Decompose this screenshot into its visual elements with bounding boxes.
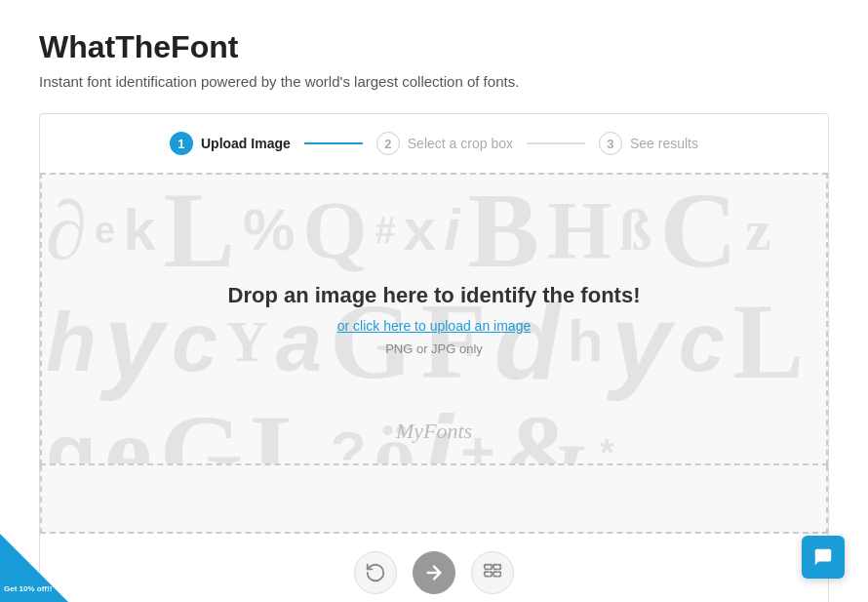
step-3-circle: 3 bbox=[599, 132, 622, 155]
rotate-button[interactable] bbox=[354, 551, 397, 594]
svg-rect-1 bbox=[493, 565, 500, 570]
svg-rect-3 bbox=[493, 572, 500, 577]
svg-rect-0 bbox=[485, 565, 492, 570]
step-2-circle: 2 bbox=[376, 132, 400, 155]
next-button[interactable] bbox=[413, 551, 455, 594]
crop-icon bbox=[482, 562, 503, 583]
steps-bar: 1 Upload Image 2 Select a crop box 3 See… bbox=[40, 114, 828, 173]
drop-title: Drop an image here to identify the fonts… bbox=[228, 283, 641, 308]
svg-rect-2 bbox=[485, 572, 492, 577]
drop-zone-secondary bbox=[40, 465, 828, 534]
chat-button[interactable] bbox=[802, 536, 845, 579]
step-1-label: Upload Image bbox=[201, 136, 291, 151]
wizard-container: 1 Upload Image 2 Select a crop box 3 See… bbox=[39, 113, 829, 602]
myfonts-logo: MyFonts bbox=[396, 419, 472, 444]
step-2-label: Select a crop box bbox=[408, 136, 513, 151]
discount-text: Get 10% off!! bbox=[4, 583, 52, 594]
bottom-toolbar bbox=[40, 534, 828, 602]
drop-content: Drop an image here to identify the fonts… bbox=[209, 263, 660, 376]
step-1-circle: 1 bbox=[170, 132, 193, 155]
app-title: WhatTheFont bbox=[39, 29, 829, 65]
step-2: 2 Select a crop box bbox=[376, 132, 513, 155]
upload-link[interactable]: or click here to upload an image bbox=[228, 318, 641, 334]
step-divider-1 bbox=[304, 142, 363, 144]
drop-zone[interactable]: ∂ e k L % Q # x i B H ß C z h y c Y a G bbox=[40, 173, 828, 465]
app-subtitle: Instant font identification powered by t… bbox=[39, 73, 829, 90]
step-3: 3 See results bbox=[599, 132, 698, 155]
next-icon bbox=[423, 562, 445, 583]
drop-hint: PNG or JPG only bbox=[385, 341, 483, 356]
step-divider-2 bbox=[527, 142, 585, 144]
page-wrapper: WhatTheFont Instant font identification … bbox=[0, 0, 868, 602]
rotate-icon bbox=[365, 562, 386, 583]
crop-button[interactable] bbox=[471, 551, 514, 594]
step-3-label: See results bbox=[630, 136, 698, 151]
chat-icon bbox=[812, 546, 834, 568]
step-1: 1 Upload Image bbox=[170, 132, 291, 155]
